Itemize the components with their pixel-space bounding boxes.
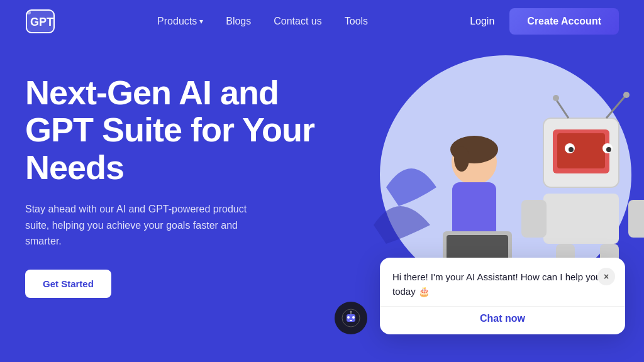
hero-title: Next-Gen AI and GPT Suite for Your Needs [25, 74, 352, 186]
svg-point-30 [352, 316, 355, 319]
svg-point-2 [27, 11, 31, 14]
svg-rect-16 [521, 200, 547, 238]
svg-point-12 [553, 95, 559, 101]
nav-links: Products ▾ Blogs Contact us Tools [157, 16, 368, 27]
logo[interactable]: GPT [25, 9, 55, 34]
hero-subtitle: Stay ahead with our AI and GPT-powered p… [25, 201, 252, 250]
svg-text:GPT: GPT [30, 16, 53, 28]
login-link[interactable]: Login [470, 16, 494, 27]
chat-popup: Hi there! I'm your AI Assistant! How can… [380, 258, 625, 334]
nav-item-tools[interactable]: Tools [345, 16, 368, 27]
hero-text: Next-Gen AI and GPT Suite for Your Needs… [25, 68, 352, 298]
chat-close-button[interactable]: × [597, 268, 615, 285]
chat-popup-body: Hi there! I'm your AI Assistant! How can… [380, 258, 625, 306]
svg-point-22 [454, 146, 469, 172]
ai-bot-button[interactable] [335, 302, 367, 334]
svg-rect-17 [628, 200, 644, 238]
nav-item-blogs[interactable]: Blogs [226, 16, 251, 27]
tools-link[interactable]: Tools [345, 16, 368, 26]
chat-now-button[interactable]: Chat now [392, 313, 613, 324]
svg-point-33 [350, 311, 352, 313]
products-label: Products [157, 16, 197, 27]
contact-link[interactable]: Contact us [274, 16, 321, 26]
svg-point-29 [347, 316, 350, 319]
nav-right: Login Create Account [470, 8, 619, 35]
navbar: GPT Products ▾ Blogs Contact us Tools [0, 0, 644, 43]
robot-icon [341, 309, 360, 327]
get-started-button[interactable]: Get Started [25, 270, 111, 298]
svg-point-9 [569, 147, 574, 152]
svg-point-10 [606, 147, 611, 152]
blogs-link[interactable]: Blogs [226, 16, 251, 26]
svg-rect-15 [543, 194, 619, 244]
chevron-down-icon: ▾ [199, 17, 203, 26]
svg-rect-6 [557, 133, 605, 168]
chat-message: Hi there! I'm your AI Assistant! How can… [392, 270, 613, 299]
products-link[interactable]: Products ▾ [157, 16, 203, 27]
svg-rect-31 [350, 320, 352, 321]
create-account-button[interactable]: Create Account [509, 8, 619, 35]
chat-popup-footer: Chat now [380, 306, 625, 334]
hero-section: Next-Gen AI and GPT Suite for Your Needs… [0, 43, 644, 362]
nav-item-contact[interactable]: Contact us [274, 16, 321, 27]
nav-item-products[interactable]: Products ▾ [157, 16, 203, 27]
logo-icon: GPT [25, 9, 55, 34]
svg-point-14 [623, 92, 630, 98]
